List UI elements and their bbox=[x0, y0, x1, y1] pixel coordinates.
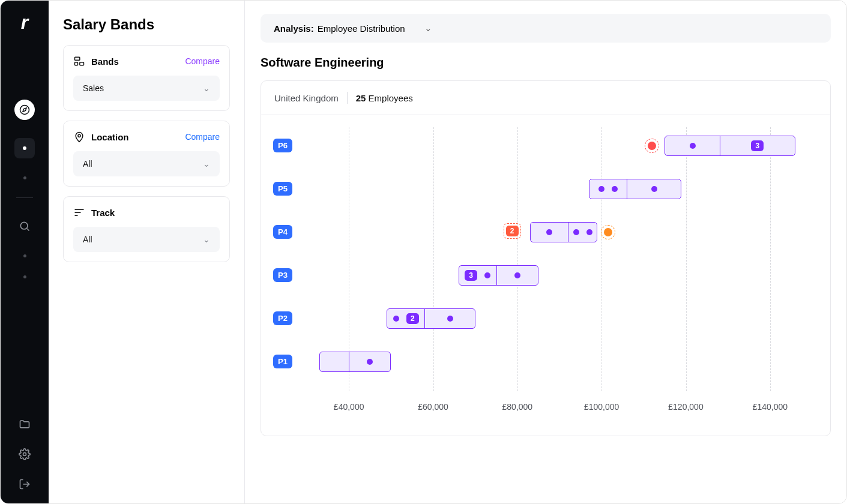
panel-location: Location Compare All ⌄ bbox=[63, 121, 230, 187]
employee-count: 25 Employees bbox=[356, 93, 413, 103]
chart-body: £40,000£60,000£80,000£100,000£120,000£14… bbox=[261, 115, 830, 436]
employee-count-badge[interactable]: 3 bbox=[465, 270, 477, 281]
band-row: P63 bbox=[273, 133, 818, 157]
employee-dot[interactable] bbox=[612, 186, 618, 192]
compare-link-bands[interactable]: Compare bbox=[185, 56, 220, 66]
under-band-badge[interactable]: 2 bbox=[506, 226, 519, 236]
chevron-down-icon: ⌄ bbox=[203, 83, 210, 93]
nav-dot[interactable] bbox=[23, 176, 26, 179]
app-window: r Salary Bands bbox=[0, 0, 847, 504]
x-axis-label: £100,000 bbox=[584, 402, 619, 412]
panel-bands: Bands Compare Sales ⌄ bbox=[63, 45, 230, 111]
salary-band[interactable] bbox=[530, 222, 597, 242]
x-axis-label: £60,000 bbox=[418, 402, 448, 412]
sidebar: Salary Bands Bands Compare Sales ⌄ Locat… bbox=[49, 1, 245, 503]
chevron-down-icon: ⌄ bbox=[203, 235, 210, 244]
x-axis-label: £140,000 bbox=[753, 402, 788, 412]
select-value: Sales bbox=[83, 83, 104, 93]
employee-dot[interactable] bbox=[484, 272, 490, 278]
salary-band[interactable]: 3 bbox=[459, 265, 538, 286]
svg-rect-7 bbox=[75, 62, 78, 65]
svg-point-4 bbox=[23, 453, 26, 456]
main-content: Analysis: Employee Distribution ⌄ Softwa… bbox=[245, 1, 846, 503]
outlier-dot[interactable] bbox=[604, 228, 612, 236]
search-icon[interactable] bbox=[14, 216, 35, 236]
employee-dot[interactable] bbox=[447, 316, 453, 322]
band-row: P33 bbox=[273, 263, 818, 287]
band-row: P42 bbox=[273, 220, 818, 244]
employee-dot[interactable] bbox=[546, 229, 552, 235]
analysis-dropdown[interactable]: Analysis: Employee Distribution ⌄ bbox=[261, 14, 831, 43]
salary-band[interactable] bbox=[589, 179, 681, 199]
level-pill[interactable]: P6 bbox=[273, 139, 292, 152]
rail-icons bbox=[14, 100, 35, 278]
divider bbox=[347, 92, 348, 104]
bands-select[interactable]: Sales ⌄ bbox=[73, 76, 220, 101]
employee-count-badge[interactable]: 2 bbox=[406, 313, 419, 324]
chart-header: United Kingdom 25 Employees bbox=[261, 81, 830, 115]
rail-bottom bbox=[19, 418, 31, 493]
svg-rect-6 bbox=[75, 57, 80, 60]
level-pill[interactable]: P2 bbox=[273, 311, 292, 325]
svg-line-3 bbox=[27, 229, 29, 231]
select-value: All bbox=[83, 159, 92, 169]
panel-label: Bands bbox=[91, 56, 119, 67]
section-title: Software Engineering bbox=[261, 56, 831, 70]
chevron-down-icon: ⌄ bbox=[203, 159, 210, 169]
panel-label: Track bbox=[91, 208, 115, 218]
rail-divider bbox=[16, 197, 33, 198]
track-icon bbox=[73, 206, 85, 218]
nav-item-active[interactable] bbox=[14, 138, 35, 158]
svg-point-9 bbox=[78, 134, 80, 137]
svg-point-0 bbox=[20, 106, 29, 115]
select-value: All bbox=[83, 235, 92, 244]
employee-dot[interactable] bbox=[367, 359, 373, 365]
nav-dot[interactable] bbox=[23, 275, 26, 278]
level-pill[interactable]: P4 bbox=[273, 225, 292, 239]
salary-band-chart: £40,000£60,000£80,000£100,000£120,000£14… bbox=[273, 127, 818, 421]
employee-dot[interactable] bbox=[514, 272, 520, 278]
analysis-value: Employee Distribution bbox=[318, 23, 405, 34]
employee-count-badge[interactable]: 3 bbox=[751, 140, 764, 151]
track-select[interactable]: All ⌄ bbox=[73, 227, 220, 252]
outlier-dot[interactable] bbox=[648, 142, 656, 150]
x-axis-label: £80,000 bbox=[502, 402, 533, 412]
level-pill[interactable]: P3 bbox=[273, 268, 292, 282]
folder-icon[interactable] bbox=[19, 418, 31, 433]
salary-band[interactable] bbox=[319, 352, 391, 372]
panel-track: Track All ⌄ bbox=[63, 196, 230, 262]
salary-band[interactable]: 2 bbox=[387, 308, 475, 329]
svg-point-2 bbox=[20, 222, 28, 229]
svg-rect-8 bbox=[80, 62, 84, 65]
band-row: P5 bbox=[273, 176, 818, 200]
page-title: Salary Bands bbox=[63, 16, 230, 33]
employee-dot[interactable] bbox=[586, 229, 592, 235]
settings-icon[interactable] bbox=[19, 448, 31, 463]
x-axis-label: £120,000 bbox=[668, 402, 703, 412]
location-icon bbox=[73, 131, 85, 143]
nav-rail: r bbox=[1, 1, 49, 503]
logout-icon[interactable] bbox=[19, 478, 31, 493]
chevron-down-icon: ⌄ bbox=[424, 23, 432, 34]
compass-icon[interactable] bbox=[14, 100, 35, 120]
band-row: P1 bbox=[273, 349, 818, 373]
employee-dot[interactable] bbox=[573, 229, 579, 235]
level-pill[interactable]: P1 bbox=[273, 355, 292, 368]
panel-label: Location bbox=[91, 132, 129, 142]
chart-card: United Kingdom 25 Employees £40,000£60,0… bbox=[261, 80, 831, 436]
chart-location: United Kingdom bbox=[274, 93, 339, 103]
employee-dot[interactable] bbox=[651, 186, 657, 192]
salary-band[interactable]: 3 bbox=[665, 136, 795, 156]
analysis-label: Analysis: bbox=[274, 23, 314, 34]
employee-dot[interactable] bbox=[598, 186, 604, 192]
x-axis-label: £40,000 bbox=[334, 402, 364, 412]
nav-dot[interactable] bbox=[23, 254, 26, 257]
svg-marker-1 bbox=[23, 108, 26, 112]
employee-dot[interactable] bbox=[690, 143, 696, 149]
band-row: P22 bbox=[273, 306, 818, 330]
compare-link-location[interactable]: Compare bbox=[185, 132, 220, 142]
level-pill[interactable]: P5 bbox=[273, 182, 292, 196]
bands-icon bbox=[73, 55, 85, 67]
employee-dot[interactable] bbox=[393, 316, 399, 322]
location-select[interactable]: All ⌄ bbox=[73, 151, 220, 176]
